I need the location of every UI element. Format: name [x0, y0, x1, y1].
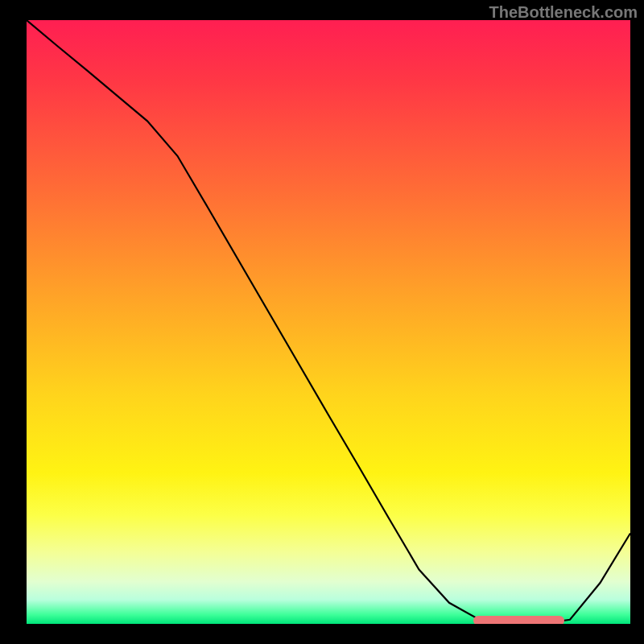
optimal-range-marker	[473, 616, 564, 624]
chart-plot-area	[27, 20, 630, 624]
y-axis	[25, 20, 27, 625]
bottleneck-curve	[27, 20, 630, 624]
x-axis	[27, 624, 630, 625]
attribution-text: TheBottleneck.com	[489, 3, 638, 22]
